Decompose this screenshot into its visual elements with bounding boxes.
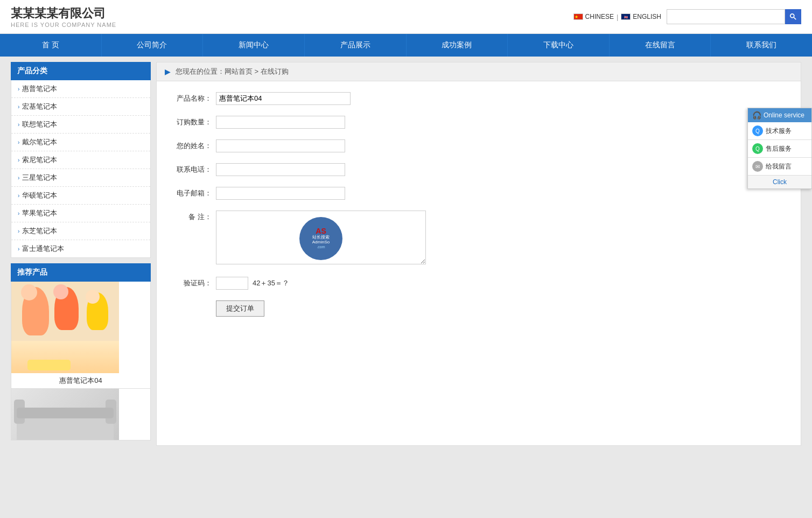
arrow-icon: › — [18, 193, 19, 199]
lang-area: CHINESE | 🇬🇧 ENGLISH — [573, 13, 661, 21]
breadcrumb: ▶ 您现在的位置：网站首页 > 在线订购 — [157, 62, 801, 81]
quantity-input[interactable] — [216, 116, 345, 129]
product-name-input[interactable] — [216, 92, 351, 105]
arrow-icon: › — [18, 246, 19, 252]
header: 某某某某有限公司 HERE IS YOUR COMPANY NAME CHINE… — [0, 0, 812, 34]
header-right: CHINESE | 🇬🇧 ENGLISH — [573, 9, 801, 24]
note-label: 备 注： — [173, 211, 216, 223]
category-title: 产品分类 — [11, 62, 151, 80]
email-input[interactable] — [216, 187, 345, 200]
product1-label: 惠普笔记本04 — [11, 373, 150, 389]
search-area — [667, 9, 801, 24]
flag-cn-icon — [573, 13, 583, 20]
arrow-icon: › — [18, 86, 19, 92]
search-button[interactable] — [785, 9, 801, 24]
order-form: 产品名称： 订购数量： 您的姓名： 联系电话： 电子邮箱： — [157, 81, 801, 338]
email-label: 电子邮箱： — [173, 187, 216, 200]
form-row-submit: 提交订单 — [173, 300, 785, 317]
service-title: 🎧 Online service — [748, 108, 811, 122]
lang-english-label: ENGLISH — [633, 13, 661, 20]
sidebar-item-dell[interactable]: ›戴尔笔记本 — [11, 134, 150, 151]
captcha-area: 42＋35＝？ — [216, 277, 289, 290]
nav-news[interactable]: 新闻中心 — [203, 34, 305, 57]
nav-home[interactable]: 首 页 — [0, 34, 102, 57]
captcha-input[interactable] — [216, 277, 248, 290]
nav-guestbook[interactable]: 在线留言 — [610, 34, 711, 57]
submit-button[interactable]: 提交订单 — [216, 300, 264, 317]
service-item-tech[interactable]: Q 技术服务 — [748, 122, 811, 140]
logo-title: 某某某某有限公司 — [11, 5, 116, 22]
service-item-aftersale[interactable]: Q 售后服务 — [748, 140, 811, 158]
quantity-label: 订购数量： — [173, 116, 216, 129]
flag-uk-icon: 🇬🇧 — [621, 13, 631, 20]
sidebar-item-hp[interactable]: ›惠普笔记本 — [11, 80, 150, 98]
form-row-email: 电子邮箱： — [173, 187, 785, 200]
category-list: ›惠普笔记本 ›宏基笔记本 ›联想笔记本 ›戴尔笔记本 ›索尼笔记本 ›三星笔记… — [11, 80, 151, 258]
sidebar-item-toshiba[interactable]: ›东芝笔记本 — [11, 222, 150, 240]
product1-image[interactable] — [11, 282, 119, 373]
sidebar-item-sony[interactable]: ›索尼笔记本 — [11, 151, 150, 169]
recommend-list: 惠普笔记本04 — [11, 282, 151, 440]
form-row-quantity: 订购数量： — [173, 116, 785, 129]
arrow-icon: › — [18, 139, 19, 145]
captcha-formula: 42＋35＝？ — [253, 278, 289, 288]
service-click[interactable]: Click — [748, 176, 811, 188]
message-service-icon: ✉ — [752, 161, 763, 172]
phone-input[interactable] — [216, 163, 345, 176]
form-row-name: 您的姓名： — [173, 139, 785, 152]
sidebar: 产品分类 ›惠普笔记本 ›宏基笔记本 ›联想笔记本 ›戴尔笔记本 ›索尼笔记本 … — [11, 62, 151, 446]
breadcrumb-arrow-icon: ▶ — [165, 68, 170, 76]
aftersale-service-icon: Q — [752, 143, 763, 154]
arrow-icon: › — [18, 175, 19, 181]
tech-service-icon: Q — [752, 125, 763, 136]
form-row-product: 产品名称： — [173, 92, 785, 105]
form-row-note: 备 注： AS 站长搜索 AdminSo .com — [173, 211, 785, 266]
nav-contact[interactable]: 联系我们 — [711, 34, 812, 57]
online-service-widget: 🎧 Online service Q 技术服务 Q 售后服务 ✉ 给我留言 Cl… — [747, 108, 812, 189]
lang-chinese-label: CHINESE — [585, 13, 614, 20]
svg-line-1 — [794, 17, 796, 19]
note-wrapper: AS 站长搜索 AdminSo .com — [216, 211, 426, 266]
nav-cases[interactable]: 成功案例 — [407, 34, 508, 57]
content-area: ▶ 您现在的位置：网站首页 > 在线订购 产品名称： 订购数量： 您的姓名： — [156, 62, 801, 446]
nav-products[interactable]: 产品展示 — [305, 34, 407, 57]
logo-area: 某某某某有限公司 HERE IS YOUR COMPANY NAME — [11, 5, 116, 28]
form-row-phone: 联系电话： — [173, 163, 785, 176]
arrow-icon: › — [18, 228, 19, 234]
your-name-input[interactable] — [216, 139, 345, 152]
note-textarea[interactable] — [216, 211, 426, 264]
captcha-label: 验证码： — [173, 277, 216, 290]
lang-english[interactable]: 🇬🇧 ENGLISH — [621, 13, 661, 20]
breadcrumb-text: 您现在的位置：网站首页 > 在线订购 — [176, 67, 289, 76]
search-input[interactable] — [667, 9, 785, 24]
your-name-label: 您的姓名： — [173, 139, 216, 152]
service-item-message[interactable]: ✉ 给我留言 — [748, 158, 811, 176]
main-layout: 产品分类 ›惠普笔记本 ›宏基笔记本 ›联想笔记本 ›戴尔笔记本 ›索尼笔记本 … — [0, 57, 812, 451]
lang-chinese[interactable]: CHINESE — [573, 13, 614, 20]
logo-sub: HERE IS YOUR COMPANY NAME — [11, 22, 116, 28]
phone-label: 联系电话： — [173, 163, 216, 176]
search-icon — [789, 13, 797, 20]
svg-point-0 — [790, 14, 794, 18]
arrow-icon: › — [18, 157, 19, 163]
arrow-icon: › — [18, 122, 19, 128]
form-row-captcha: 验证码： 42＋35＝？ — [173, 277, 785, 290]
sidebar-item-lenovo[interactable]: ›联想笔记本 — [11, 116, 150, 134]
product2-image[interactable] — [11, 389, 119, 440]
nav-bar: 首 页 公司简介 新闻中心 产品展示 成功案例 下载中心 在线留言 联系我们 — [0, 34, 812, 57]
nav-download[interactable]: 下载中心 — [508, 34, 610, 57]
lang-divider: | — [617, 13, 618, 21]
nav-about[interactable]: 公司简介 — [102, 34, 204, 57]
sidebar-item-samsung[interactable]: ›三星笔记本 — [11, 169, 150, 187]
sidebar-item-apple[interactable]: ›苹果笔记本 — [11, 205, 150, 222]
arrow-icon: › — [18, 211, 19, 216]
sidebar-item-asus[interactable]: ›华硕笔记本 — [11, 187, 150, 205]
headset-icon: 🎧 — [752, 111, 761, 120]
product-name-label: 产品名称： — [173, 92, 216, 105]
sidebar-item-acer[interactable]: ›宏基笔记本 — [11, 98, 150, 116]
arrow-icon: › — [18, 104, 19, 110]
sidebar-item-fujitsu[interactable]: ›富士通笔记本 — [11, 240, 150, 257]
recommend-title: 推荐产品 — [11, 263, 151, 282]
